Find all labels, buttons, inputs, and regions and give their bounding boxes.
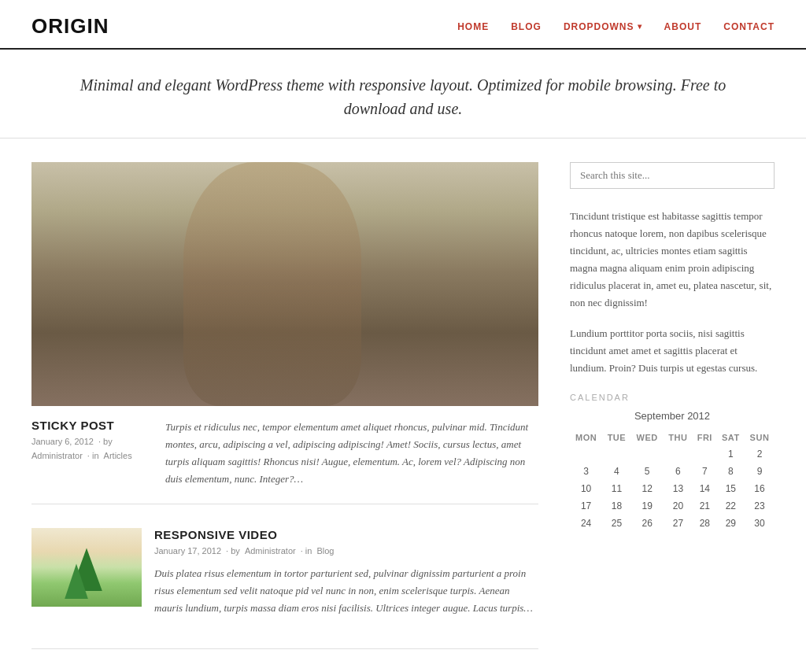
- nav-home[interactable]: HOME: [457, 21, 489, 32]
- main-content: STICKY POST January 6, 2012 · by Adminis…: [0, 138, 806, 672]
- cal-wed: WED: [631, 430, 664, 445]
- video-post-layout: RESPONSIVE VIDEO January 17, 2012 · by A…: [31, 528, 538, 617]
- calendar-day: [631, 445, 664, 463]
- calendar-day[interactable]: 6: [664, 463, 693, 480]
- calendar-day[interactable]: 10: [570, 480, 602, 497]
- featured-image: [31, 162, 538, 406]
- calendar-day: [664, 445, 693, 463]
- site-nav: HOME BLOG DROPDOWNS ▾ ABOUT CONTACT: [457, 21, 775, 32]
- calendar-day[interactable]: 13: [664, 480, 693, 497]
- sticky-meta: STICKY POST January 6, 2012 · by Adminis…: [31, 419, 150, 488]
- calendar-day[interactable]: 28: [693, 515, 717, 532]
- tagline-section: Minimal and elegant WordPress theme with…: [0, 50, 806, 138]
- sticky-layout: STICKY POST January 6, 2012 · by Adminis…: [31, 419, 538, 488]
- sticky-post-excerpt: Turpis et ridiculus nec, tempor elementu…: [165, 419, 538, 488]
- cal-tue: TUE: [602, 430, 630, 445]
- calendar-day[interactable]: 22: [717, 497, 745, 515]
- sidebar-paragraph-2: Lundium porttitor porta sociis, nisi sag…: [570, 325, 775, 377]
- calendar-table: September 2012 MON TUE WED THU FRI SAT S…: [570, 410, 775, 532]
- calendar-day[interactable]: 23: [745, 497, 775, 515]
- nav-blog[interactable]: BLOG: [511, 21, 542, 32]
- calendar-day[interactable]: 11: [602, 480, 630, 497]
- calendar-day[interactable]: 27: [664, 515, 693, 532]
- video-post-meta: January 17, 2012 · by Administrator · in…: [154, 545, 538, 559]
- calendar-row: 12: [570, 445, 775, 463]
- search-input[interactable]: [570, 162, 775, 189]
- calendar-day[interactable]: 15: [717, 480, 745, 497]
- calendar-day[interactable]: 17: [570, 497, 602, 515]
- video-post: RESPONSIVE VIDEO January 17, 2012 · by A…: [31, 528, 538, 649]
- calendar-row: 24252627282930: [570, 515, 775, 532]
- site-header: ORIGIN HOME BLOG DROPDOWNS ▾ ABOUT CONTA…: [0, 0, 806, 50]
- calendar-day[interactable]: 8: [717, 463, 745, 480]
- calendar-day[interactable]: 4: [602, 463, 630, 480]
- video-post-title[interactable]: RESPONSIVE VIDEO: [154, 528, 538, 541]
- calendar-day[interactable]: 2: [745, 445, 775, 463]
- calendar-day: [693, 445, 717, 463]
- content-area: STICKY POST January 6, 2012 · by Adminis…: [31, 162, 570, 649]
- calendar-day[interactable]: 7: [693, 463, 717, 480]
- calendar-day[interactable]: 5: [631, 463, 664, 480]
- calendar-row: 10111213141516: [570, 480, 775, 497]
- nav-contact[interactable]: CONTACT: [723, 21, 775, 32]
- calendar-section: CALENDAR September 2012 MON TUE WED THU …: [570, 393, 775, 532]
- calendar-row: 3456789: [570, 463, 775, 480]
- calendar-day[interactable]: 18: [602, 497, 630, 515]
- calendar-day[interactable]: 14: [693, 480, 717, 497]
- nav-about[interactable]: ABOUT: [664, 21, 702, 32]
- calendar-header-row: MON TUE WED THU FRI SAT SUN: [570, 430, 775, 445]
- dropdown-arrow-icon: ▾: [638, 22, 642, 31]
- featured-image-wrap: [31, 162, 538, 406]
- calendar-day: [602, 445, 630, 463]
- cal-sat: SAT: [717, 430, 745, 445]
- calendar-day[interactable]: 21: [693, 497, 717, 515]
- calendar-day[interactable]: 3: [570, 463, 602, 480]
- sticky-post-title[interactable]: STICKY POST: [31, 419, 150, 432]
- video-post-excerpt: Duis platea risus elementum in tortor pa…: [154, 565, 538, 617]
- sidebar: Tincidunt tristique est habitasse sagitt…: [570, 162, 775, 649]
- calendar-day[interactable]: 26: [631, 515, 664, 532]
- video-post-content: RESPONSIVE VIDEO January 17, 2012 · by A…: [154, 528, 538, 617]
- tagline-text: Minimal and elegant WordPress theme with…: [63, 73, 743, 120]
- calendar-day: [570, 445, 602, 463]
- calendar-day[interactable]: 19: [631, 497, 664, 515]
- video-post-thumbnail: [31, 528, 142, 607]
- calendar-month: September 2012: [570, 410, 775, 425]
- calendar-day[interactable]: 9: [745, 463, 775, 480]
- calendar-day[interactable]: 1: [717, 445, 745, 463]
- cal-sun: SUN: [745, 430, 775, 445]
- sticky-post: STICKY POST January 6, 2012 · by Adminis…: [31, 162, 538, 504]
- calendar-day[interactable]: 12: [631, 480, 664, 497]
- calendar-day[interactable]: 16: [745, 480, 775, 497]
- site-logo[interactable]: ORIGIN: [31, 14, 109, 39]
- cal-mon: MON: [570, 430, 602, 445]
- sidebar-paragraph-1: Tincidunt tristique est habitasse sagitt…: [570, 208, 775, 312]
- calendar-day[interactable]: 20: [664, 497, 693, 515]
- cal-fri: FRI: [693, 430, 717, 445]
- calendar-day[interactable]: 30: [745, 515, 775, 532]
- nav-dropdowns[interactable]: DROPDOWNS ▾: [564, 21, 642, 32]
- calendar-day[interactable]: 25: [602, 515, 630, 532]
- cal-thu: THU: [664, 430, 693, 445]
- calendar-day[interactable]: 24: [570, 515, 602, 532]
- calendar-label: CALENDAR: [570, 393, 775, 402]
- calendar-day[interactable]: 29: [717, 515, 745, 532]
- calendar-row: 17181920212223: [570, 497, 775, 515]
- sticky-post-meta: January 6, 2012 · by Administrator · in …: [31, 435, 150, 463]
